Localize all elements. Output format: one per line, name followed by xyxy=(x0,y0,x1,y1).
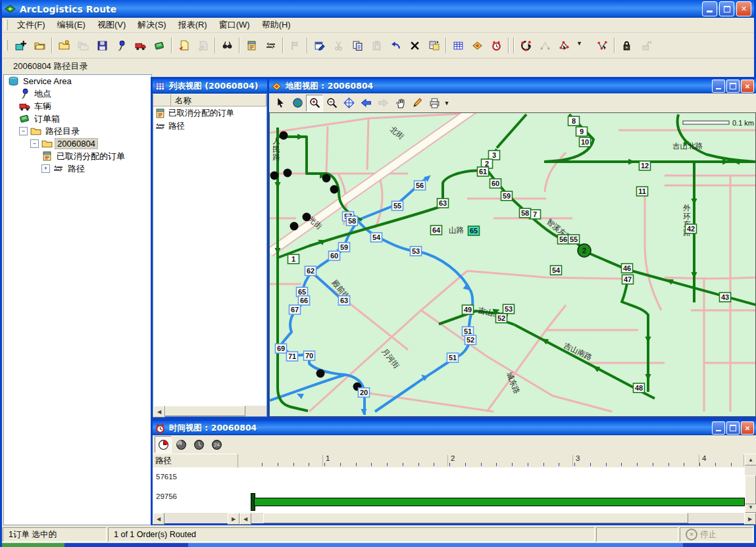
scroll-left-button[interactable]: ◀ xyxy=(153,513,164,525)
maptool-print-button[interactable] xyxy=(426,95,443,112)
maptool-pointer-button[interactable] xyxy=(272,95,289,112)
unassigned-order-dot[interactable] xyxy=(284,169,292,178)
toolbar-lock-button[interactable] xyxy=(617,36,636,55)
depot-marker[interactable]: 2 xyxy=(578,244,591,257)
map-stop-8[interactable]: 8 xyxy=(568,116,580,126)
stop-button[interactable]: ✕ 停止 xyxy=(680,527,753,542)
scroll-track[interactable] xyxy=(165,406,266,416)
toolbar-new-service-area-button[interactable] xyxy=(11,36,30,55)
map-stop-12[interactable]: 12 xyxy=(640,161,651,170)
map-stop-59[interactable]: 59 xyxy=(339,243,350,252)
map-stop-67[interactable]: 67 xyxy=(290,305,301,314)
maptool-globe-button[interactable] xyxy=(289,95,306,112)
map-stop-10[interactable]: 10 xyxy=(580,137,591,147)
toolbar-copy-button[interactable] xyxy=(348,36,367,55)
close-button[interactable]: ✕ xyxy=(736,1,751,16)
maptool-pencil-button[interactable] xyxy=(409,95,426,112)
tree-item-地点[interactable]: 地点 xyxy=(4,87,151,100)
list-item-已取消分配的订单[interactable]: 已取消分配的订单 xyxy=(153,107,266,120)
map-stop-53[interactable]: 53 xyxy=(411,247,422,256)
toolbar-undo-button[interactable] xyxy=(386,36,405,55)
map-stop-64[interactable]: 64 xyxy=(431,226,442,235)
toolbar-properties-button[interactable] xyxy=(310,36,329,55)
toolbar-new-folder-button[interactable] xyxy=(55,36,74,55)
toolbar-table-view-button[interactable] xyxy=(449,36,468,55)
map-stop-54[interactable]: 54 xyxy=(371,233,382,242)
menu-文件(F)[interactable]: 文件(F) xyxy=(11,18,51,32)
tree-expander[interactable]: − xyxy=(30,139,39,148)
map-stop-66[interactable]: 66 xyxy=(299,296,310,305)
map-stop-51[interactable]: 51 xyxy=(447,353,459,362)
tree-item-车辆[interactable]: 车辆 xyxy=(4,100,151,112)
toolbar-save-button[interactable] xyxy=(93,36,112,55)
timetool-clock-quarter-button[interactable] xyxy=(155,436,172,453)
map-stop-59[interactable]: 59 xyxy=(501,191,513,201)
maptool-zoom-in-button[interactable] xyxy=(306,95,323,112)
toolbar-import-orders-button[interactable] xyxy=(174,36,193,55)
scroll-right-button[interactable]: ▶ xyxy=(744,513,756,525)
list-column-name[interactable]: 名称 xyxy=(171,94,266,107)
unassigned-order-dot[interactable] xyxy=(290,222,299,231)
toolbar-orders-pad-button[interactable] xyxy=(242,36,261,55)
maptool-zoom-box-button[interactable] xyxy=(340,95,357,112)
menu-报表(R)[interactable]: 报表(R) xyxy=(172,18,213,32)
time-vscrollbar[interactable]: ▲ ▼ xyxy=(745,454,756,513)
map-stop-11[interactable]: 11 xyxy=(637,187,648,196)
time-hscrollbar[interactable]: ◀ ▶ ◀ ▶ xyxy=(153,513,756,523)
menu-帮助(H)[interactable]: 帮助(H) xyxy=(256,18,297,32)
route-row-57615[interactable]: 57615 xyxy=(156,473,177,481)
toolbar-map-view-button[interactable] xyxy=(468,36,487,55)
scroll-up-button[interactable]: ▲ xyxy=(745,454,756,465)
maptool-zoom-out-button[interactable] xyxy=(323,95,340,112)
timetool-clock-24-button[interactable]: 24 xyxy=(208,436,225,453)
toolbar-network-cursor-button[interactable] xyxy=(555,36,574,55)
menu-解决(S)[interactable]: 解决(S) xyxy=(132,18,172,32)
toolbar-location-pin-button[interactable] xyxy=(112,36,131,55)
map-stop-58[interactable]: 58 xyxy=(347,216,358,226)
scroll-left-button[interactable]: ◀ xyxy=(239,513,251,525)
tree-item-订单箱[interactable]: 订单箱 xyxy=(4,112,151,125)
map-stop-49[interactable]: 49 xyxy=(463,305,474,314)
map-close-button[interactable]: ✕ xyxy=(741,80,754,93)
scroll-left-button[interactable]: ◀ xyxy=(153,406,165,417)
time-view-titlebar[interactable]: 时间视图 : 20060804 ✕ xyxy=(153,421,756,435)
map-stop-58[interactable]: 58 xyxy=(520,208,531,218)
minimize-button[interactable] xyxy=(702,1,717,16)
map-stop-9[interactable]: 9 xyxy=(576,127,588,136)
unassigned-order-dot[interactable] xyxy=(280,131,288,140)
map-stop-63[interactable]: 63 xyxy=(438,199,449,208)
list-view-titlebar[interactable]: 列表视图 (20060804) xyxy=(153,79,267,93)
map-stop-62[interactable]: 62 xyxy=(305,266,316,275)
tree-item-20060804[interactable]: −20060804 xyxy=(4,137,151,150)
map-stop-55[interactable]: 55 xyxy=(568,235,580,244)
unassigned-order-dot[interactable] xyxy=(303,213,311,222)
map-stop-56[interactable]: 56 xyxy=(558,235,569,244)
map-stop-52[interactable]: 52 xyxy=(496,314,507,323)
menu-编辑(E)[interactable]: 编辑(E) xyxy=(51,18,91,32)
map-maximize-button[interactable] xyxy=(726,80,740,93)
unassigned-order-dot[interactable] xyxy=(270,172,279,180)
toolbar-build-routes-button[interactable] xyxy=(517,36,536,55)
toolbar-order-box-button[interactable] xyxy=(150,36,169,55)
map-stop-53[interactable]: 53 xyxy=(503,304,515,314)
toolbar-vehicle-button[interactable] xyxy=(131,36,150,55)
map-stop-54[interactable]: 54 xyxy=(551,266,562,275)
list-column-stub[interactable] xyxy=(153,94,171,107)
map-stop-42[interactable]: 42 xyxy=(686,224,697,233)
timetool-clock-shade-button[interactable] xyxy=(172,436,189,453)
map-stop-56[interactable]: 56 xyxy=(415,181,426,190)
map-stop-20[interactable]: 20 xyxy=(359,388,370,397)
tree-item-Service Area[interactable]: Service Area xyxy=(4,75,151,87)
toolbar-open-folder-button[interactable] xyxy=(30,36,49,55)
toolbar-delete-button[interactable] xyxy=(405,36,424,55)
toolbar-find-button[interactable] xyxy=(218,36,237,55)
toolbar-dropdown-button[interactable]: ▼ xyxy=(574,36,593,55)
route-schedule-bar[interactable] xyxy=(254,498,745,506)
map-stop-70[interactable]: 70 xyxy=(304,351,315,360)
map-stop-43[interactable]: 43 xyxy=(720,293,731,302)
list-item-路径[interactable]: 路径 xyxy=(153,120,266,133)
time-maximize-button[interactable] xyxy=(726,421,740,435)
toolbar-network-alt-button[interactable] xyxy=(593,36,612,55)
map-stop-48[interactable]: 48 xyxy=(634,383,645,392)
map-stop-65[interactable]: 65 xyxy=(468,226,480,235)
